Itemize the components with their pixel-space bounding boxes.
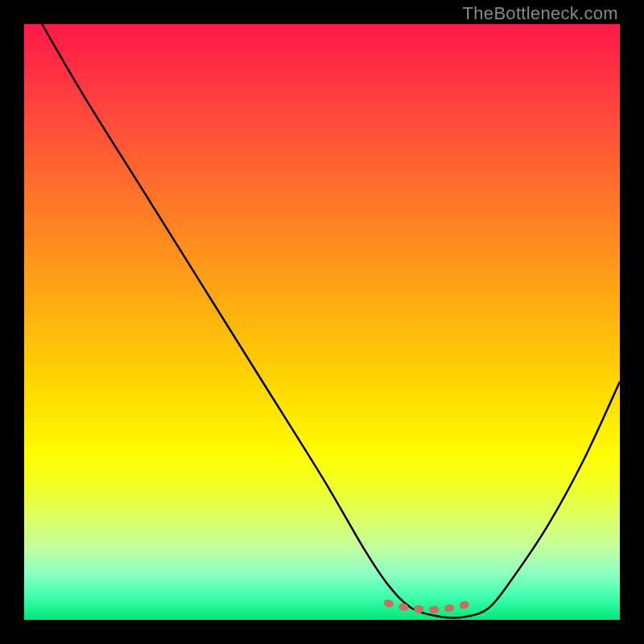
chart-container: TheBottleneck.com (0, 0, 644, 644)
watermark-text: TheBottleneck.com (463, 3, 618, 24)
plot-gradient-area (24, 24, 620, 620)
